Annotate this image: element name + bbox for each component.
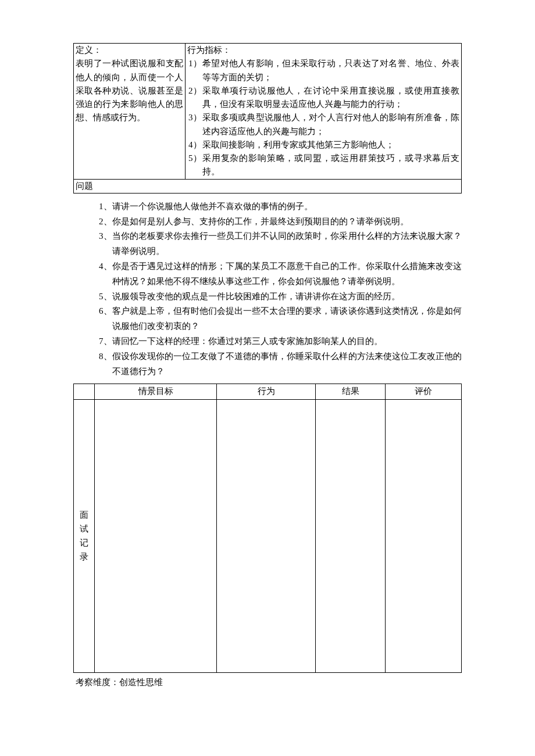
question-item: 7、 请回忆一下这样的经理：你通过对第三人或专家施加影响某人的目的。 <box>99 334 462 349</box>
definition-text: 表明了一种试图说服和支配他人的倾向，从而使一个人采取各种劝说、说服甚至是强迫的行… <box>76 57 183 124</box>
indicator-cell: 行为指标： 1） 希望对他人有影响，但未采取行动，只表达了对名誉、地位、外表等等… <box>186 44 462 180</box>
grid-corner-cell <box>74 384 95 400</box>
question-item: 6、 客户就是上帝，但有时他们会提出一些不太合理的要求，请谈谈你遇到这类情况，你… <box>99 304 462 334</box>
question-item: 3、 当你的老板要求你去推行一些员工们并不认同的政策时，你采用什么样的方法来说服… <box>99 229 462 259</box>
definition-label: 定义： <box>76 44 183 57</box>
questions-block: 1、 请讲一个你说服他人做他并不喜欢做的事情的例子。 2、 你是如何是别人参与、… <box>73 194 462 384</box>
grid-row-label-1: 面试 <box>76 508 92 536</box>
grid-cell <box>386 399 462 672</box>
indicator-list: 1） 希望对他人有影响，但未采取行动，只表达了对名誉、地位、外表等等方面的关切；… <box>187 57 459 178</box>
interview-grid-table: 情景目标 行为 结果 评价 面试 记录 <box>73 384 462 673</box>
questions-label: 问题 <box>76 181 93 191</box>
grid-body-row: 面试 记录 <box>74 399 462 672</box>
grid-header-cell: 结果 <box>316 384 386 400</box>
definition-indicator-table: 定义： 表明了一种试图说服和支配他人的倾向，从而使一个人采取各种劝说、说服甚至是… <box>73 43 462 194</box>
questions-label-cell: 问题 <box>74 179 462 193</box>
definition-cell: 定义： 表明了一种试图说服和支配他人的倾向，从而使一个人采取各种劝说、说服甚至是… <box>74 44 186 180</box>
indicator-item: 1） 希望对他人有影响，但未采取行动，只表达了对名誉、地位、外表等等方面的关切； <box>188 57 459 84</box>
grid-row-label-cell: 面试 记录 <box>74 399 95 672</box>
grid-cell <box>95 399 217 672</box>
question-item: 4、 你是否于遇见过这样的情形；下属的某员工不愿意干自己的工作。你采取什么措施来… <box>99 259 462 289</box>
grid-cell <box>217 399 316 672</box>
indicator-item: 2） 采取单项行动说服他人，在讨论中采用直接说服，或使用直接教具，但没有采取明显… <box>188 84 459 112</box>
grid-header-cell: 行为 <box>217 384 316 400</box>
question-item: 1、 请讲一个你说服他人做他并不喜欢做的事情的例子。 <box>99 199 462 214</box>
footer-text: 考察维度：创造性思维 <box>73 673 462 690</box>
indicator-item: 5） 采用复杂的影响策略，或同盟，或运用群策技巧，或寻求幕后支持。 <box>188 152 459 179</box>
grid-header-cell: 评价 <box>386 384 462 400</box>
indicator-item: 3） 采取多项或典型说服他人，对个人言行对他人的影响有所准备，陈述内容适应他人的… <box>188 111 459 138</box>
question-item: 2、 你是如何是别人参与、支持你的工作，并最终达到预期目的的？请举例说明。 <box>99 214 462 230</box>
grid-cell <box>316 399 386 672</box>
indicator-label: 行为指标： <box>187 44 459 57</box>
grid-header-cell: 情景目标 <box>95 384 217 400</box>
question-item: 5、 说服领导改变他的观点是一件比较困难的工作，请讲讲你在这方面的经历。 <box>99 289 462 304</box>
indicator-item: 4） 采取间接影响，利用专家或其他第三方影响他人； <box>188 138 459 152</box>
grid-row-label-2: 记录 <box>76 536 92 564</box>
question-item: 8、 假设你发现你的一位工友做了不道德的事情，你睡采取什么样的方法来使这位工友改… <box>99 349 462 379</box>
grid-header-row: 情景目标 行为 结果 评价 <box>74 384 462 400</box>
